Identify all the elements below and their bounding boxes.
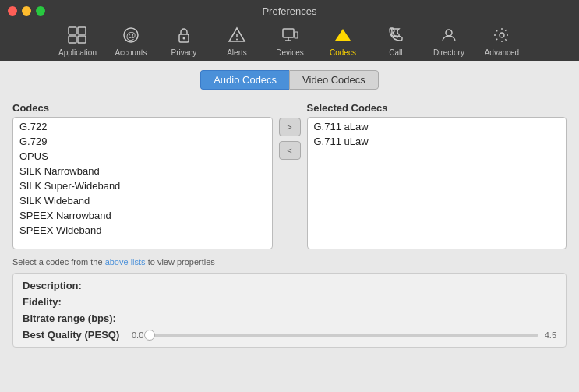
call-icon xyxy=(387,26,405,47)
description-row: Description: xyxy=(23,280,556,291)
toolbar-item-codecs[interactable]: Codecs xyxy=(316,23,369,60)
window-controls xyxy=(8,6,45,16)
bitrate-label: Bitrate range (bps): xyxy=(23,313,132,324)
svg-rect-13 xyxy=(295,32,298,38)
minimize-button[interactable] xyxy=(22,6,31,16)
content-area: Audio Codecs Video Codecs Codecs G.722 G… xyxy=(0,61,579,392)
slider-max: 4.5 xyxy=(545,330,556,340)
toolbar-item-directory[interactable]: Directory xyxy=(422,23,475,60)
titlebar-top: Preferences xyxy=(0,0,579,22)
list-item[interactable]: SPEEX Narrowband xyxy=(13,208,272,223)
toolbar-label-privacy: Privacy xyxy=(171,48,197,57)
svg-point-16 xyxy=(500,33,504,37)
close-button[interactable] xyxy=(8,6,17,16)
toolbar-label-devices: Devices xyxy=(276,48,304,57)
list-item[interactable]: G.722 xyxy=(13,119,272,134)
selected-codecs-list[interactable]: G.711 aLaw G.711 uLaw xyxy=(307,117,567,249)
available-codecs-label: Codecs xyxy=(12,102,273,114)
codecs-area: Codecs G.722 G.729 OPUS SILK Narrowband … xyxy=(12,102,567,249)
devices-icon xyxy=(281,26,299,47)
available-codecs-panel: Codecs G.722 G.729 OPUS SILK Narrowband … xyxy=(12,102,273,249)
svg-rect-10 xyxy=(283,29,294,37)
toolbar-item-call[interactable]: Call xyxy=(369,23,422,60)
list-item[interactable]: SILK Narrowband xyxy=(13,164,272,178)
toolbar-item-accounts[interactable]: @ Accounts xyxy=(104,23,157,60)
toolbar-label-advanced: Advanced xyxy=(485,48,519,57)
tab-video-codecs[interactable]: Video Codecs xyxy=(289,70,379,90)
tab-audio-codecs[interactable]: Audio Codecs xyxy=(200,70,289,90)
list-item[interactable]: G.711 aLaw xyxy=(308,119,567,134)
hint-link: above lists xyxy=(105,257,146,267)
titlebar: Preferences Application @ xyxy=(0,0,579,61)
list-item[interactable]: OPUS xyxy=(13,149,272,164)
maximize-button[interactable] xyxy=(36,6,45,16)
window-title: Preferences xyxy=(262,5,316,17)
svg-rect-0 xyxy=(69,27,76,34)
toolbar-label-accounts: Accounts xyxy=(115,48,147,57)
svg-rect-3 xyxy=(78,36,86,43)
svg-point-15 xyxy=(446,30,452,36)
selected-codecs-panel: Selected Codecs G.711 aLaw G.711 uLaw xyxy=(307,102,567,249)
description-label: Description: xyxy=(23,280,132,291)
move-left-button[interactable]: < xyxy=(279,141,301,160)
properties-box: Description: Fidelity: Bitrate range (bp… xyxy=(12,273,567,348)
toolbar-item-devices[interactable]: Devices xyxy=(263,23,316,60)
list-item[interactable]: SPEEX Wideband xyxy=(13,223,272,238)
svg-rect-2 xyxy=(69,36,76,43)
toolbar: Application @ Accounts Privacy xyxy=(0,22,579,61)
pesq-slider-track[interactable] xyxy=(150,334,538,337)
toolbar-label-codecs: Codecs xyxy=(330,48,356,57)
toolbar-item-advanced[interactable]: Advanced xyxy=(475,23,528,60)
svg-text:@: @ xyxy=(125,30,136,41)
alerts-icon xyxy=(228,26,246,47)
svg-rect-1 xyxy=(78,27,86,34)
properties-hint: Select a codec from the above lists to v… xyxy=(12,257,567,267)
list-item[interactable]: G.729 xyxy=(13,134,272,149)
toolbar-item-application[interactable]: Application xyxy=(51,23,104,60)
svg-point-7 xyxy=(182,37,185,39)
slider-thumb[interactable] xyxy=(144,330,155,341)
privacy-icon xyxy=(175,26,193,47)
codec-tabs: Audio Codecs Video Codecs xyxy=(12,70,567,90)
list-item[interactable]: SILK Super-Wideband xyxy=(13,178,272,193)
toolbar-label-alerts: Alerts xyxy=(227,48,247,57)
fidelity-row: Fidelity: xyxy=(23,296,556,308)
advanced-icon xyxy=(493,26,511,47)
svg-point-9 xyxy=(236,38,238,40)
codecs-icon xyxy=(334,26,352,47)
list-item[interactable]: SILK Wideband xyxy=(13,193,272,208)
arrow-buttons: > < xyxy=(273,118,307,160)
directory-icon xyxy=(440,26,458,47)
slider-min: 0.0 xyxy=(132,330,143,340)
pesq-row: Best Quality (PESQ) 0.0 4.5 xyxy=(23,329,556,341)
toolbar-label-directory: Directory xyxy=(433,48,464,57)
toolbar-label-call: Call xyxy=(389,48,402,57)
application-icon xyxy=(68,26,86,47)
toolbar-item-alerts[interactable]: Alerts xyxy=(210,23,263,60)
pesq-slider-container: 0.0 4.5 xyxy=(132,330,556,340)
svg-marker-14 xyxy=(335,29,351,41)
fidelity-label: Fidelity: xyxy=(23,296,132,308)
toolbar-label-application: Application xyxy=(58,48,97,57)
available-codecs-list[interactable]: G.722 G.729 OPUS SILK Narrowband SILK Su… xyxy=(12,117,273,249)
bitrate-row: Bitrate range (bps): xyxy=(23,313,556,324)
accounts-icon: @ xyxy=(122,26,140,47)
list-item[interactable]: G.711 uLaw xyxy=(308,134,567,149)
selected-codecs-label: Selected Codecs xyxy=(307,102,567,114)
move-right-button[interactable]: > xyxy=(279,118,301,136)
toolbar-item-privacy[interactable]: Privacy xyxy=(157,23,210,60)
pesq-label: Best Quality (PESQ) xyxy=(23,329,132,341)
